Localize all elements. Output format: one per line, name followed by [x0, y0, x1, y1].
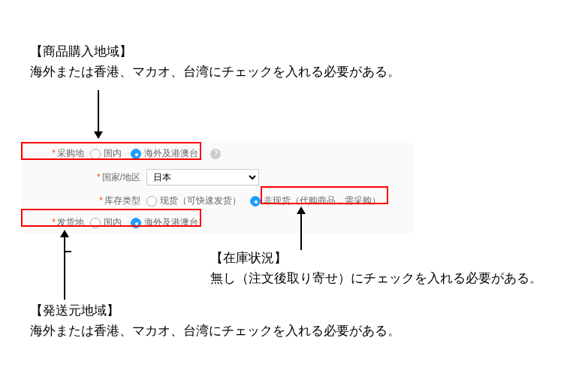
annotation-stock-status: 【在庫状況】 無し（注文後取り寄せ）にチェックを入れる必要がある。: [210, 248, 542, 288]
radio-label: 现货（可快速发货）: [160, 194, 241, 207]
radio-purchase-domestic[interactable]: 国内: [90, 147, 122, 160]
required-marker: *: [52, 217, 56, 228]
radio-ship-domestic[interactable]: 国内: [90, 216, 122, 229]
annotation-text: 無し（注文後取り寄せ）にチェックを入れる必要がある。: [210, 268, 542, 288]
radio-label: 海外及港澳台: [144, 216, 198, 229]
annotation-title: 【発送元地域】: [30, 300, 400, 321]
arrow-purchase-region: [98, 90, 99, 131]
radio-dot-icon: [146, 196, 157, 207]
row-stock-type: *库存类型 现货（可快速发货） 非现货（代购商品，需采购）: [23, 190, 413, 212]
label-purchase-region: *采购地: [23, 147, 90, 160]
row-purchase-region: *采购地 国内 海外及港澳台 ?: [23, 143, 413, 164]
annotation-text: 海外または香港、マカオ、台湾にチェックを入れる必要がある。: [30, 321, 400, 341]
required-marker: *: [52, 148, 56, 158]
radio-dot-icon: [90, 218, 101, 228]
radio-stock-notinstock[interactable]: 非现货（代购商品，需采购）: [250, 194, 381, 207]
radio-purchase-overseas[interactable]: 海外及港澳台: [131, 147, 198, 160]
radio-dot-icon: [131, 149, 141, 159]
radio-group-stock: 现货（可快速发货） 非现货（代购商品，需采购）: [146, 194, 387, 207]
annotation-text: 海外または香港、マカオ、台湾にチェックを入れる必要がある。: [30, 62, 400, 82]
label-stock-type: *库存类型: [23, 194, 146, 207]
annotation-purchase-region: 【商品購入地域】 海外または香港、マカオ、台湾にチェックを入れる必要がある。: [30, 41, 400, 82]
radio-label: 海外及港澳台: [144, 147, 198, 160]
row-country: *国家/地区 日本: [23, 164, 413, 190]
radio-label: 非现货（代购商品，需采购）: [264, 194, 381, 207]
radio-dot-icon: [131, 218, 141, 228]
required-marker: *: [97, 172, 101, 182]
radio-group-purchase: 国内 海外及港澳台 ?: [90, 147, 221, 160]
row-ship-region: *发货地 国内 海外及港澳台: [23, 212, 413, 234]
label-country: *国家/地区: [23, 171, 146, 184]
required-marker: *: [99, 195, 103, 206]
radio-label: 国内: [104, 147, 122, 160]
annotation-title: 【商品購入地域】: [30, 41, 400, 62]
select-country[interactable]: 日本: [146, 169, 259, 185]
radio-ship-overseas[interactable]: 海外及港澳台: [131, 216, 198, 229]
radio-dot-icon: [250, 196, 261, 207]
form-area: *采购地 国内 海外及港澳台 ? *国家/地区 日本 *库存类型: [23, 143, 413, 234]
label-ship-region: *发货地: [23, 216, 90, 229]
radio-group-ship: 国内 海外及港澳台: [90, 216, 204, 229]
annotation-title: 【在庫状況】: [210, 248, 542, 268]
help-icon[interactable]: ?: [210, 149, 221, 159]
radio-dot-icon: [90, 149, 101, 159]
radio-stock-instock[interactable]: 现货（可快速发货）: [146, 194, 241, 207]
annotation-ship-region: 【発送元地域】 海外または香港、マカオ、台湾にチェックを入れる必要がある。: [30, 300, 400, 341]
radio-label: 国内: [104, 216, 122, 229]
